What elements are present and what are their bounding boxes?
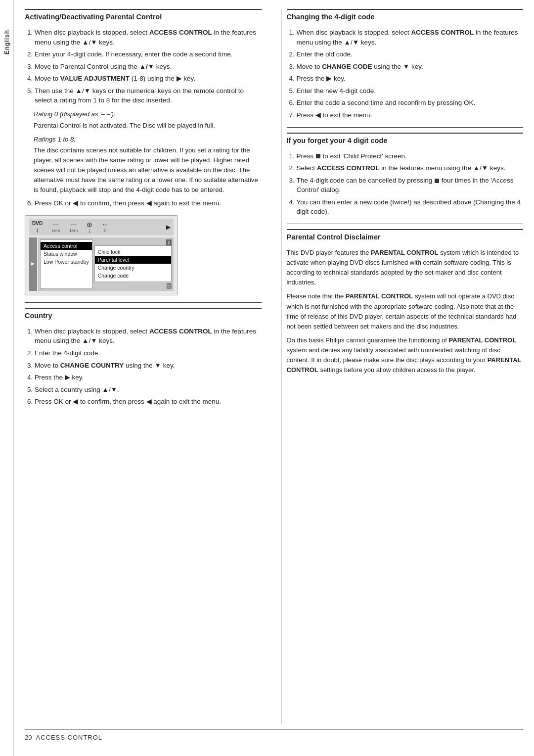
list-item: When disc playback is stopped, select AC… bbox=[35, 28, 262, 47]
list-item: Enter the code a second time and reconfi… bbox=[297, 98, 524, 108]
menu-screenshot: DVD ↕ — 1em — 1em ⊕ 1 bbox=[25, 215, 178, 295]
list-item: Select a country using ▲/▼. bbox=[35, 385, 262, 395]
list-item: Press the ▶ key. bbox=[297, 74, 524, 84]
icon3: ⊕ 1 bbox=[87, 221, 92, 234]
bold-text: PARENTAL CONTROL bbox=[371, 249, 439, 256]
section-disclaimer: Parental Control Disclaimer This DVD pla… bbox=[287, 229, 524, 376]
bottom-arrows: ↕ bbox=[94, 283, 172, 289]
changecode-steps: When disc playback is stopped, select AC… bbox=[287, 28, 524, 120]
bold-text: CHANGE CODE bbox=[322, 63, 372, 70]
note2-text: The disc contains scenes not suitable fo… bbox=[34, 145, 262, 194]
list-item: Enter the old code. bbox=[297, 49, 524, 59]
right-column: Changing the 4-digit code When disc play… bbox=[281, 9, 524, 724]
menu-item-lowpower: Low Power standby bbox=[41, 258, 92, 266]
menu-top-bar: DVD ↕ — 1em — 1em ⊕ 1 bbox=[29, 219, 174, 236]
list-item: Move to Parental Control using the ▲/▼ k… bbox=[35, 62, 262, 72]
list-item: Enter the 4-digit code. bbox=[35, 348, 262, 358]
menu-item-access: Access control bbox=[41, 242, 92, 250]
menu-item-parentallevel: Parental level bbox=[95, 256, 171, 264]
menu-right-section: 2 Child lock Parental level Change count… bbox=[94, 239, 172, 289]
bold-text: VALUE ADJUSTMENT bbox=[60, 75, 130, 82]
section-changecode-title: Changing the 4-digit code bbox=[287, 9, 524, 23]
list-item: Press ◀ to exit the menu. bbox=[297, 110, 524, 120]
list-item: Press OK or ◀ to confirm, then press ◀ a… bbox=[35, 198, 262, 208]
main-content: Activating/Deactivating Parental Control… bbox=[14, 0, 534, 756]
section-activate-title: Activating/Deactivating Parental Control bbox=[25, 9, 262, 23]
disclaimer-para3: On this basis Philips cannot guarantee t… bbox=[287, 335, 524, 376]
section-changecode: Changing the 4-digit code When disc play… bbox=[287, 9, 524, 120]
forget-steps: Press to exit 'Child Protect' screen. Se… bbox=[287, 151, 524, 217]
section-disclaimer-title: Parental Control Disclaimer bbox=[287, 229, 524, 243]
disclaimer-para2: Please note that the PARENTAL CONTROL sy… bbox=[287, 291, 524, 331]
menu-item-status: Status window bbox=[41, 250, 92, 258]
bold-arrows: ▲/▼ bbox=[139, 63, 154, 70]
corner-number: 2 bbox=[166, 239, 172, 245]
bold-text: ACCESS CONTROL bbox=[317, 164, 380, 172]
dvd-icon: DVD ↕ bbox=[32, 221, 43, 234]
footer-title: Access Control bbox=[36, 734, 102, 741]
list-item: When disc playback is stopped, select AC… bbox=[35, 327, 262, 346]
menu-right-panel: Child lock Parental level Change country… bbox=[94, 245, 172, 282]
two-col-layout: Activating/Deactivating Parental Control… bbox=[25, 9, 523, 724]
section-divider-disclaimer bbox=[287, 224, 524, 224]
menu-body: Access control Status window Low Power s… bbox=[38, 237, 174, 291]
bold-text: PARENTAL CONTROL bbox=[449, 336, 517, 344]
footer-bar: 20 Access Control bbox=[25, 729, 523, 741]
bold-text: ACCESS CONTROL bbox=[149, 29, 212, 36]
menu-body-wrapper: ◀ Access control Status window Low Power… bbox=[29, 237, 174, 291]
side-tab-label: English bbox=[3, 30, 10, 54]
icon2: — 1em bbox=[69, 221, 78, 233]
list-item: Enter the new 4-digit code. bbox=[297, 86, 524, 96]
bold-text: ACCESS CONTROL bbox=[149, 328, 212, 335]
arrow-right-indicator: ▶ bbox=[166, 224, 171, 231]
activate-steps-cont: Press OK or ◀ to confirm, then press ◀ a… bbox=[25, 198, 262, 208]
section-country-title: Country bbox=[25, 308, 262, 322]
bold-text: PARENTAL CONTROL bbox=[287, 356, 522, 374]
icon1: — 1em bbox=[51, 221, 60, 233]
list-item: When disc playback is stopped, select AC… bbox=[297, 28, 524, 47]
list-item: Enter your 4-digit code. If necessary, e… bbox=[35, 49, 262, 59]
section-divider-forget bbox=[287, 127, 524, 128]
menu-item-changecountry: Change country bbox=[95, 264, 171, 272]
list-item: Then use the ▲/▼ keys or the numerical k… bbox=[35, 86, 262, 105]
list-item: Move to VALUE ADJUSTMENT (1-8) using the… bbox=[35, 74, 262, 84]
section-divider-country bbox=[25, 302, 262, 303]
icon4: ↔ 2 bbox=[101, 221, 108, 233]
menu-left-icon: ◀ bbox=[29, 237, 37, 291]
menu-left-panel: Access control Status window Low Power s… bbox=[40, 239, 92, 289]
list-item: The 4-digit code can be cancelled by pre… bbox=[297, 176, 524, 195]
section-forget: If you forget your 4 digit code Press to… bbox=[287, 133, 524, 217]
bold-text: PARENTAL CONTROL bbox=[346, 292, 413, 300]
note1-title: Rating 0 (displayed as '– –'): bbox=[34, 109, 262, 119]
section-activate: Activating/Deactivating Parental Control… bbox=[25, 9, 262, 208]
note-block: Rating 0 (displayed as '– –'): Parental … bbox=[34, 109, 262, 131]
stop-icon bbox=[316, 154, 320, 158]
left-column: Activating/Deactivating Parental Control… bbox=[25, 9, 267, 724]
disclaimer-text: This DVD player features the PARENTAL CO… bbox=[287, 248, 524, 376]
side-tab: English bbox=[0, 0, 14, 756]
country-steps: When disc playback is stopped, select AC… bbox=[25, 327, 262, 407]
note-block2: Ratings 1 to 8: The disc contains scenes… bbox=[34, 135, 262, 195]
section-country: Country When disc playback is stopped, s… bbox=[25, 308, 262, 407]
list-item: You can then enter a new code (twice!) a… bbox=[297, 197, 524, 217]
list-item: Press the ▶ key. bbox=[35, 373, 262, 382]
corner-num-container: 2 bbox=[94, 239, 172, 245]
list-item: Press OK or ◀ to confirm, then press ◀ a… bbox=[35, 397, 262, 407]
bold-text: ACCESS CONTROL bbox=[411, 29, 474, 36]
page-container: English Activating/Deactivating Parental… bbox=[0, 0, 534, 756]
list-item: Press to exit 'Child Protect' screen. bbox=[297, 151, 524, 161]
note2-title: Ratings 1 to 8: bbox=[34, 135, 262, 144]
list-item: Select ACCESS CONTROL in the features me… bbox=[297, 163, 524, 173]
stop-icon bbox=[435, 179, 439, 183]
menu-item-childlock: Child lock bbox=[95, 248, 171, 256]
footer-page-num: 20 bbox=[25, 734, 32, 741]
bold-text: CHANGE COUNTRY bbox=[60, 362, 124, 369]
note1-text: Parental Control is not activated. The D… bbox=[34, 121, 262, 131]
disclaimer-para1: This DVD player features the PARENTAL CO… bbox=[287, 248, 524, 288]
list-item: Move to CHANGE COUNTRY using the ▼ key. bbox=[35, 361, 262, 371]
activate-steps: When disc playback is stopped, select AC… bbox=[25, 28, 262, 105]
menu-item-changecode: Change code bbox=[95, 272, 171, 280]
section-forget-title: If you forget your 4 digit code bbox=[287, 133, 524, 146]
list-item: Move to CHANGE CODE using the ▼ key. bbox=[297, 62, 524, 72]
